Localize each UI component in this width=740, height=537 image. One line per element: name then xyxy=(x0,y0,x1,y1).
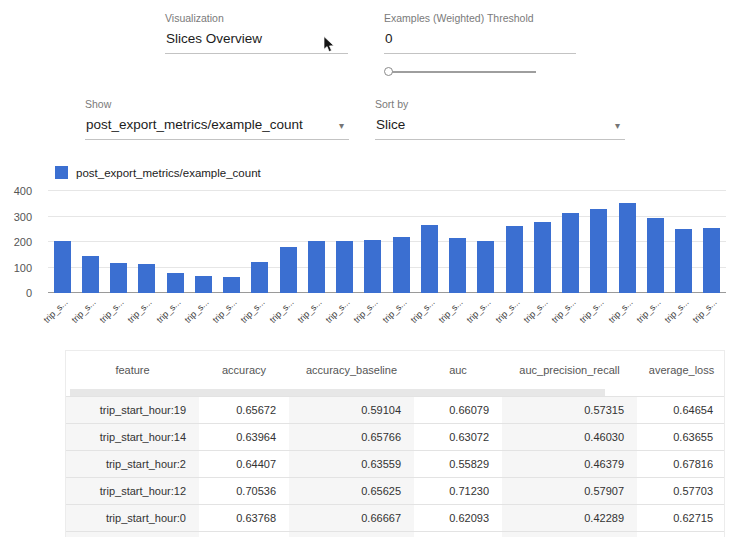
slicing-metrics-view: Visualization Slices Overview Examples (… xyxy=(0,0,740,537)
visualization-select[interactable]: Slices Overview xyxy=(165,29,348,54)
table-row: trip_start_hour:00.637680.666670.620930.… xyxy=(66,504,724,531)
metric-cell: 0.64654 xyxy=(637,404,726,416)
bar-slot xyxy=(613,191,641,293)
bar-slot xyxy=(274,191,302,293)
bar[interactable] xyxy=(82,256,99,293)
legend-swatch xyxy=(55,166,68,179)
show-metric-value: post_export_metrics/example_count xyxy=(86,117,303,132)
bar-slot xyxy=(359,191,387,293)
column-header-accuracy[interactable]: accuracy xyxy=(199,364,289,376)
bar-slot xyxy=(528,191,556,293)
bar[interactable] xyxy=(506,226,523,293)
column-header-auc_precision_recall[interactable]: auc_precision_recall xyxy=(502,364,637,376)
chart-legend: post_export_metrics/example_count xyxy=(55,166,740,179)
bar[interactable] xyxy=(54,241,71,293)
bar-slot xyxy=(472,191,500,293)
metric-cell: 0.62715 xyxy=(637,512,726,524)
metric-cell: 0.59104 xyxy=(289,397,414,423)
chevron-down-icon: ▾ xyxy=(615,120,620,131)
table-row: trip_start_hour:190.656720.591040.660790… xyxy=(66,396,724,423)
metric-cell: 0.66079 xyxy=(414,404,502,416)
metric-cell: 0.63655 xyxy=(637,431,726,443)
bar[interactable] xyxy=(336,241,353,293)
bar-slot xyxy=(444,191,472,293)
bar-slot xyxy=(48,191,76,293)
bar-slot xyxy=(302,191,330,293)
feature-cell: trip_start_hour:19 xyxy=(66,397,199,423)
metric-cell: 0.46030 xyxy=(502,424,637,450)
threshold-slider[interactable] xyxy=(384,66,536,78)
bar[interactable] xyxy=(167,273,184,293)
bar[interactable] xyxy=(138,264,155,293)
metric-cell: 0.64844 xyxy=(289,532,414,537)
metric-cell: 0.71230 xyxy=(414,485,502,497)
threshold-label: Examples (Weighted) Threshold xyxy=(384,12,576,24)
metric-cell: 0.63559 xyxy=(289,451,414,477)
bar[interactable] xyxy=(619,203,636,293)
bar[interactable] xyxy=(647,218,664,293)
bar-slot xyxy=(105,191,133,293)
bar[interactable] xyxy=(449,238,466,293)
y-tick-label: 400 xyxy=(0,185,32,197)
bar[interactable] xyxy=(562,213,579,293)
top-controls-row: Visualization Slices Overview Examples (… xyxy=(0,0,740,78)
metric-cell: 0.70536 xyxy=(199,485,289,497)
table-row: trip_start_hour:140.639640.657660.630720… xyxy=(66,423,724,450)
bar[interactable] xyxy=(703,228,720,293)
column-header-feature[interactable]: feature xyxy=(66,364,199,376)
bar[interactable] xyxy=(280,247,297,293)
y-tick-label: 200 xyxy=(0,236,32,248)
column-header-average_loss[interactable]: average_loss xyxy=(637,364,726,376)
metric-cell: 0.44173 xyxy=(502,532,637,537)
metric-cell: 0.57703 xyxy=(637,485,726,497)
slider-knob[interactable] xyxy=(384,67,393,76)
sort-by-control: Sort by Slice ▾ xyxy=(375,98,625,140)
threshold-input[interactable] xyxy=(384,29,576,54)
bar[interactable] xyxy=(251,262,268,293)
bar-slot xyxy=(331,191,359,293)
bar-slot xyxy=(557,191,585,293)
bar[interactable] xyxy=(393,237,410,293)
bar-slot xyxy=(500,191,528,293)
bar[interactable] xyxy=(477,241,494,293)
bar-slot xyxy=(246,191,274,293)
x-axis-labels: trip_s...trip_s...trip_s...trip_s...trip… xyxy=(48,295,726,337)
metric-cell: 0.55829 xyxy=(414,458,502,470)
x-label-slot: trip_s... xyxy=(698,295,726,337)
bar[interactable] xyxy=(110,263,127,293)
bar[interactable] xyxy=(308,241,325,293)
feature-cell: trip_start_hour:2 xyxy=(66,451,199,477)
bar[interactable] xyxy=(675,229,692,293)
bar-chart-plot-area: 0100200300400 xyxy=(48,191,726,293)
visualization-control: Visualization Slices Overview xyxy=(165,12,348,78)
table-row: trip_start_hour:230.660160.648440.583370… xyxy=(66,531,724,537)
visualization-value: Slices Overview xyxy=(166,31,262,46)
slider-track[interactable] xyxy=(388,71,536,73)
bar[interactable] xyxy=(195,276,212,293)
metric-cell: 0.67816 xyxy=(637,458,726,470)
bar[interactable] xyxy=(223,277,240,293)
bar[interactable] xyxy=(421,225,438,293)
feature-cell: trip_start_hour:12 xyxy=(66,478,199,504)
sort-by-value: Slice xyxy=(376,117,405,132)
bar-slot xyxy=(670,191,698,293)
column-header-accuracy_baseline[interactable]: accuracy_baseline xyxy=(289,364,414,376)
sort-by-select[interactable]: Slice ▾ xyxy=(375,115,625,140)
metric-cell: 0.57315 xyxy=(502,397,637,423)
y-axis-labels: 0100200300400 xyxy=(2,191,40,293)
show-metric-select[interactable]: post_export_metrics/example_count ▾ xyxy=(85,115,349,140)
legend-label: post_export_metrics/example_count xyxy=(76,167,261,179)
bar-slot xyxy=(641,191,669,293)
bar-slot xyxy=(585,191,613,293)
table-horizontal-scrollbar[interactable] xyxy=(70,389,605,396)
bar[interactable] xyxy=(590,209,607,293)
bar[interactable] xyxy=(364,240,381,293)
metric-cell: 0.65672 xyxy=(199,404,289,416)
show-label: Show xyxy=(85,98,349,110)
threshold-control: Examples (Weighted) Threshold xyxy=(384,12,576,78)
column-header-auc[interactable]: auc xyxy=(414,364,502,376)
bar[interactable] xyxy=(534,222,551,293)
metric-controls-row: Show post_export_metrics/example_count ▾… xyxy=(0,78,740,140)
bar-slot xyxy=(76,191,104,293)
bar-slot xyxy=(133,191,161,293)
